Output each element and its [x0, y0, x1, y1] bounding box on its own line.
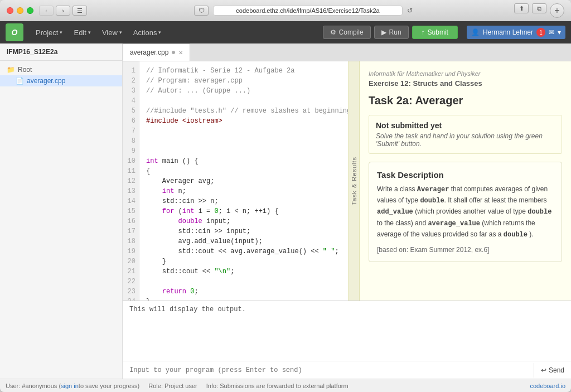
status-hint: Solve the task and hand in your solution…: [376, 132, 555, 148]
modified-indicator: [172, 51, 175, 54]
notification-badge: 1: [536, 28, 545, 37]
sidebar: IFMP16_S12E2a 📁 Root 📄 averager.cpp: [0, 43, 123, 379]
task-citation: [based on: Exam Summer 2012, ex.6]: [377, 246, 554, 254]
task-description-box: Task Description Write a class Averager …: [369, 162, 562, 262]
logo: O: [6, 23, 23, 41]
root-folder[interactable]: 📁 Root: [0, 64, 122, 75]
upload-icon: ↑: [422, 28, 425, 36]
line-numbers: 123456789101112131415161718192021222324: [123, 61, 139, 301]
code-averager: Averager: [417, 186, 449, 193]
chevron-down-icon: ▾: [119, 30, 122, 35]
editor-body: 123456789101112131415161718192021222324 …: [123, 61, 571, 301]
main-content: IFMP16_S12E2a 📁 Root 📄 averager.cpp aver…: [0, 43, 571, 379]
minimize-button[interactable]: [17, 7, 23, 14]
role-label: Role: Project user: [148, 383, 197, 389]
output-content: This will display the output.: [123, 301, 571, 361]
right-panel: Task & Results Informatik für Mathematik…: [348, 61, 571, 301]
gear-icon: ⚙: [330, 28, 336, 36]
titlebar-right: ⬆ ⧉ +: [514, 3, 564, 18]
file-icon: 📄: [16, 77, 24, 85]
status-bar: User: #anonymous (sign in to save your p…: [0, 379, 571, 392]
task-results-tab[interactable]: Task & Results: [349, 61, 360, 301]
chevron-down-icon: ▾: [158, 30, 161, 35]
breadcrumb: Informatik für Mathematiker und Physiker: [369, 70, 562, 77]
exercise-label: Exercise 12: Structs and Classes: [369, 79, 562, 88]
info-label: Info: Submissions are forwarded to exter…: [206, 383, 349, 389]
user-icon: 👤: [471, 28, 480, 36]
view-menu[interactable]: View ▾: [96, 26, 128, 39]
app-toolbar: O Project ▾ Edit ▾ View ▾ Actions ▾ ⚙ Co…: [0, 21, 571, 43]
chevron-down-icon: ▾: [558, 28, 561, 36]
titlebar-center: 🛡 codeboard.ethz.ch/ide/ifmp/AS16/Exerci…: [93, 6, 514, 16]
chevron-down-icon: ▾: [88, 30, 91, 35]
maximize-button[interactable]: [27, 7, 33, 14]
code-double-1: double: [420, 197, 444, 205]
tab-averager[interactable]: averager.cpp ✕: [123, 43, 190, 61]
output-text: This will display the output.: [129, 306, 246, 313]
code-editor[interactable]: // Informatik - Serie 12 - Aufgabe 2a //…: [139, 61, 348, 301]
edit-menu[interactable]: Edit ▾: [68, 26, 96, 39]
file-tree: 📁 Root 📄 averager.cpp: [0, 61, 122, 90]
duplicate-icon[interactable]: ⧉: [532, 3, 546, 13]
code-double-3: double: [504, 231, 528, 239]
editor-main: averager.cpp ✕ 1234567891011121314151617…: [123, 43, 571, 379]
sidebar-toggle-button[interactable]: ☰: [72, 6, 87, 16]
close-button[interactable]: [7, 7, 13, 14]
task-desc-title: Task Description: [377, 170, 554, 180]
task-title: Task 2a: Averager: [369, 94, 562, 107]
file-item-averager[interactable]: 📄 averager.cpp: [0, 75, 122, 86]
actions-menu[interactable]: Actions ▾: [128, 26, 167, 39]
new-tab-button[interactable]: +: [550, 3, 564, 18]
refresh-button[interactable]: ↺: [407, 7, 413, 14]
run-button[interactable]: ▶ Run: [374, 26, 409, 39]
task-desc-text: Write a class Averager that computes ave…: [377, 184, 554, 240]
user-label: User: #anonymous (: [6, 383, 61, 389]
forward-button[interactable]: ›: [56, 6, 70, 16]
status-box: Not submitted yet Solve the task and han…: [369, 115, 562, 154]
output-area: This will display the output. ↩ Send: [123, 301, 571, 379]
code-average-value: average_value: [428, 220, 480, 228]
status-label: Not submitted yet: [376, 121, 555, 130]
output-input-row: ↩ Send: [123, 361, 571, 379]
send-button[interactable]: ↩ Send: [534, 363, 571, 378]
mail-icon: ✉: [549, 28, 554, 36]
sign-in-link[interactable]: sign in: [61, 383, 79, 389]
editor-tabs: averager.cpp ✕: [123, 43, 571, 61]
address-bar[interactable]: codeboard.ethz.ch/ide/ifmp/AS16/Exercise…: [213, 6, 403, 16]
editor-container: 123456789101112131415161718192021222324 …: [123, 61, 348, 301]
code-double-2: double: [528, 208, 551, 216]
back-button[interactable]: ‹: [39, 6, 54, 16]
folder-icon: 📁: [7, 66, 15, 74]
compile-button[interactable]: ⚙ Compile: [323, 26, 371, 39]
submit-button[interactable]: ↑ Submit: [412, 26, 458, 39]
program-input[interactable]: [123, 363, 534, 378]
share-icon[interactable]: ⬆: [514, 3, 529, 13]
code-add-value: add_value: [377, 208, 413, 216]
sign-in-suffix: to save your progress): [79, 383, 139, 389]
chevron-down-icon: ▾: [60, 30, 62, 35]
play-icon: ▶: [381, 28, 386, 36]
tab-label: Task & Results: [349, 151, 359, 211]
send-icon: ↩: [541, 366, 546, 374]
panel-content: Informatik für Mathematiker und Physiker…: [360, 61, 571, 301]
nav-buttons: ‹ › ☰: [39, 6, 87, 16]
project-menu[interactable]: Project ▾: [30, 26, 68, 39]
tab-close-icon[interactable]: ✕: [178, 50, 183, 56]
traffic-lights: [7, 7, 33, 14]
titlebar: ‹ › ☰ 🛡 codeboard.ethz.ch/ide/ifmp/AS16/…: [0, 0, 571, 21]
brand-link[interactable]: codeboard.io: [530, 383, 565, 389]
user-menu[interactable]: 👤 Hermann Lehner 1 ✉ ▾: [467, 26, 565, 39]
project-name: IFMP16_S12E2a: [0, 43, 122, 61]
shield-icon: 🛡: [194, 6, 209, 16]
